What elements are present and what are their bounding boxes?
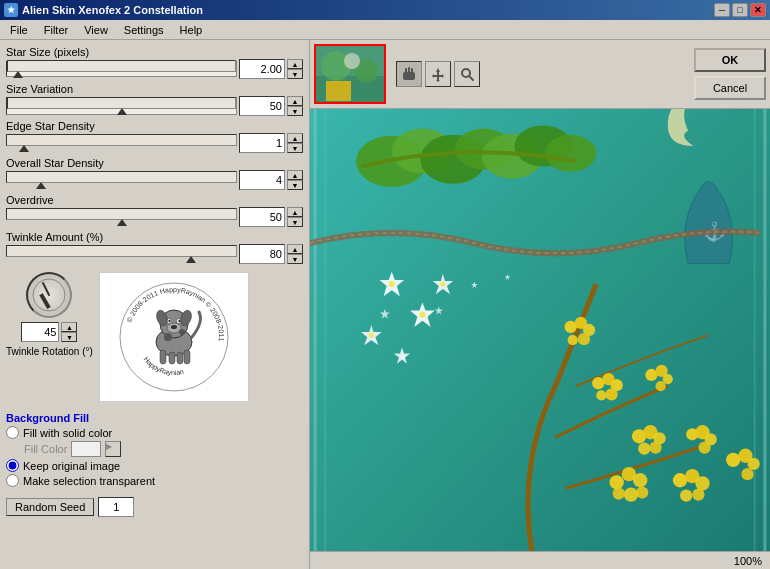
hand-icon [401, 66, 417, 82]
menu-filter[interactable]: Filter [36, 22, 76, 38]
edge-density-down[interactable]: ▼ [287, 143, 303, 153]
keep-original-row: Keep original image [6, 459, 303, 472]
fill-solid-radio[interactable] [6, 426, 19, 439]
menu-help[interactable]: Help [172, 22, 211, 38]
app-icon: ★ [4, 3, 18, 17]
overdrive-spinner: ▲ ▼ [287, 207, 303, 227]
fill-color-swatch[interactable] [71, 441, 101, 457]
watermark-area: © 2008-2011 HappyRaynian © 2008-2011 Hap… [99, 272, 249, 402]
twinkle-rotation-down[interactable]: ▼ [61, 332, 77, 342]
twinkle-amount-spinner: ▲ ▼ [287, 244, 303, 264]
svg-line-1 [43, 283, 49, 295]
background-fill-label: Background Fill [6, 412, 303, 424]
left-panel: Star Size (pixels) 2.00 ▲ ▼ Size Variati… [0, 40, 310, 569]
twinkle-amount-thumb[interactable] [186, 256, 196, 263]
star-size-down[interactable]: ▼ [287, 69, 303, 79]
overall-density-input[interactable]: 4 [239, 170, 285, 190]
overdrive-up[interactable]: ▲ [287, 207, 303, 217]
edge-density-up[interactable]: ▲ [287, 133, 303, 143]
overall-density-label: Overall Star Density [6, 157, 303, 169]
window-title: Alien Skin Xenofex 2 Constellation [22, 4, 714, 16]
edge-density-thumb[interactable] [19, 145, 29, 152]
preview-image-area[interactable]: ⚓ [310, 109, 770, 551]
rotation-input-group: 45 ▲ ▼ [21, 322, 77, 342]
star-size-control: 2.00 ▲ ▼ [6, 59, 303, 79]
svg-point-75 [568, 335, 578, 345]
twinkle-amount-slider[interactable] [6, 245, 237, 257]
fill-color-row: Fill Color ▶ [24, 441, 303, 457]
menu-view[interactable]: View [76, 22, 116, 38]
right-panel: OK Cancel [310, 40, 770, 569]
svg-point-79 [636, 486, 648, 498]
edge-density-input[interactable]: 1 [239, 133, 285, 153]
svg-point-85 [692, 488, 704, 500]
svg-point-45 [389, 281, 395, 287]
edge-density-slider[interactable] [6, 134, 237, 146]
svg-point-49 [369, 333, 374, 338]
zoom-tool-button[interactable] [454, 61, 480, 87]
status-bar: 100% [310, 551, 770, 569]
size-variation-up[interactable]: ▲ [287, 96, 303, 106]
move-icon [430, 66, 446, 82]
size-variation-input[interactable]: 50 [239, 96, 285, 116]
svg-rect-17 [177, 352, 183, 364]
svg-point-89 [748, 458, 760, 470]
fill-color-picker-btn[interactable]: ▶ [105, 441, 121, 457]
fill-color-label: Fill Color [24, 443, 67, 455]
star-size-row: Star Size (pixels) 2.00 ▲ ▼ [6, 46, 303, 79]
twinkle-amount-input[interactable]: 80 [239, 244, 285, 264]
preview-thumbnail[interactable] [314, 44, 386, 104]
svg-point-81 [613, 487, 625, 499]
svg-point-20 [179, 329, 185, 335]
svg-point-56 [605, 388, 617, 400]
svg-point-78 [633, 473, 647, 487]
rotation-knob[interactable] [26, 272, 72, 318]
svg-point-11 [168, 320, 170, 322]
svg-point-26 [344, 53, 360, 69]
menu-file[interactable]: File [2, 22, 36, 38]
star-size-thumb[interactable] [13, 71, 23, 78]
cancel-button[interactable]: Cancel [694, 76, 766, 100]
svg-rect-28 [405, 68, 407, 74]
keep-original-radio[interactable] [6, 459, 19, 472]
svg-point-82 [673, 473, 687, 487]
star-size-track[interactable] [6, 61, 237, 77]
preview-svg: ⚓ [310, 109, 770, 551]
svg-point-66 [638, 442, 650, 454]
overall-density-thumb[interactable] [36, 182, 46, 189]
minimize-button[interactable]: ─ [714, 3, 730, 17]
random-seed-input[interactable]: 1 [98, 497, 134, 517]
overall-density-down[interactable]: ▼ [287, 180, 303, 190]
svg-rect-25 [326, 81, 351, 101]
overdrive-control: 50 ▲ ▼ [6, 207, 303, 227]
title-bar: ★ Alien Skin Xenofex 2 Constellation ─ □… [0, 0, 770, 20]
size-variation-down[interactable]: ▼ [287, 106, 303, 116]
star-size-up[interactable]: ▲ [287, 59, 303, 69]
twinkle-rotation-input[interactable]: 45 [21, 322, 59, 342]
random-seed-button[interactable]: Random Seed [6, 498, 94, 516]
make-transparent-radio[interactable] [6, 474, 19, 487]
overdrive-down[interactable]: ▼ [287, 217, 303, 227]
menu-settings[interactable]: Settings [116, 22, 172, 38]
svg-rect-15 [160, 350, 166, 364]
edge-density-row: Edge Star Density 1 ▲ ▼ [6, 120, 303, 153]
star-size-input[interactable]: 2.00 [239, 59, 285, 79]
overdrive-thumb[interactable] [117, 219, 127, 226]
twinkle-amount-up[interactable]: ▲ [287, 244, 303, 254]
window-controls[interactable]: ─ □ ✕ [714, 3, 766, 17]
close-button[interactable]: ✕ [750, 3, 766, 17]
twinkle-rotation-up[interactable]: ▲ [61, 322, 77, 332]
ok-button[interactable]: OK [694, 48, 766, 72]
overall-density-up[interactable]: ▲ [287, 170, 303, 180]
thumb-svg [316, 46, 386, 104]
hand-tool-button[interactable] [396, 61, 422, 87]
size-variation-track[interactable] [6, 97, 237, 115]
twinkle-amount-down[interactable]: ▼ [287, 254, 303, 264]
overdrive-input[interactable]: 50 [239, 207, 285, 227]
move-tool-button[interactable] [425, 61, 451, 87]
overall-density-row: Overall Star Density 4 ▲ ▼ [6, 157, 303, 190]
svg-point-61 [656, 381, 666, 391]
maximize-button[interactable]: □ [732, 3, 748, 17]
size-variation-thumb[interactable] [117, 108, 127, 115]
star-size-slider[interactable] [7, 60, 236, 72]
